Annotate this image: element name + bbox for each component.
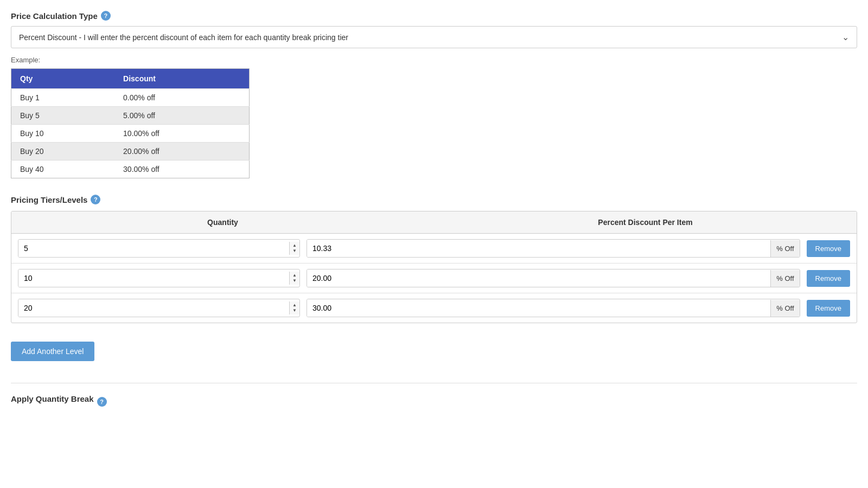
price-calc-type-dropdown[interactable]: Percent Discount - I will enter the perc…	[11, 26, 857, 48]
price-calc-type-section-title: Price Calculation Type ?	[11, 11, 857, 21]
qty-input-1[interactable]	[18, 269, 289, 287]
qty-input-wrapper-2: ▲ ▼	[18, 299, 300, 317]
remove-button-0[interactable]: Remove	[807, 240, 850, 257]
qty-spinner-2[interactable]: ▲ ▼	[289, 301, 299, 314]
table-row: Buy 55.00% off	[11, 107, 250, 125]
table-row: Buy 4030.00% off	[11, 160, 250, 178]
pricing-row: ▲ ▼ % Off Remove	[11, 234, 857, 264]
price-calc-type-label: Price Calculation Type	[11, 11, 98, 21]
apply-quantity-break-help-icon[interactable]: ?	[97, 397, 107, 407]
remove-button-1[interactable]: Remove	[807, 270, 850, 287]
qty-input-wrapper-1: ▲ ▼	[18, 269, 300, 287]
qty-input-2[interactable]	[18, 299, 289, 317]
pricing-tiers-label: Pricing Tiers/Levels	[11, 195, 87, 204]
discount-input-wrapper-2: % Off	[307, 299, 800, 317]
qty-spinner-0[interactable]: ▲ ▼	[289, 242, 299, 255]
pricing-row: ▲ ▼ % Off Remove	[11, 293, 857, 323]
pct-off-label-0: % Off	[770, 240, 799, 257]
section-divider	[11, 383, 857, 383]
example-table-header-discount: Discount	[114, 69, 249, 89]
price-calc-type-help-icon[interactable]: ?	[101, 11, 111, 21]
pricing-table-header: Quantity Percent Discount Per Item	[11, 211, 857, 234]
discount-input-2[interactable]	[307, 299, 770, 317]
pricing-table-container: Quantity Percent Discount Per Item ▲ ▼ %…	[11, 211, 857, 323]
table-row: Buy 2020.00% off	[11, 143, 250, 160]
pricing-tiers-help-icon[interactable]: ?	[91, 195, 100, 204]
remove-button-2[interactable]: Remove	[807, 300, 850, 317]
pricing-tiers-title: Pricing Tiers/Levels ?	[11, 195, 857, 204]
qty-input-wrapper-0: ▲ ▼	[18, 239, 300, 258]
discount-input-wrapper-0: % Off	[307, 239, 800, 258]
discount-input-1[interactable]	[307, 269, 770, 287]
qty-spinner-1[interactable]: ▲ ▼	[289, 272, 299, 285]
dropdown-selected-value: Percent Discount - I will enter the perc…	[19, 33, 348, 42]
pricing-row: ▲ ▼ % Off Remove	[11, 264, 857, 293]
col-header-discount: Percent Discount Per Item	[434, 218, 857, 227]
pct-off-label-2: % Off	[770, 300, 799, 317]
qty-input-0[interactable]	[18, 240, 289, 257]
pricing-tiers-section: Pricing Tiers/Levels ? Quantity Percent …	[11, 195, 857, 323]
pricing-rows-container: ▲ ▼ % Off Remove ▲ ▼ % Off Remove	[11, 234, 857, 323]
add-another-level-button[interactable]: Add Another Level	[11, 342, 94, 361]
example-table-header-qty: Qty	[11, 69, 115, 89]
apply-quantity-break-label: Apply Quantity Break	[11, 394, 94, 403]
example-label: Example:	[11, 56, 857, 64]
table-row: Buy 1010.00% off	[11, 125, 250, 143]
discount-input-0[interactable]	[307, 240, 770, 257]
pct-off-label-1: % Off	[770, 270, 799, 287]
example-table: Qty Discount Buy 10.00% offBuy 55.00% of…	[11, 68, 250, 178]
col-header-quantity: Quantity	[11, 218, 434, 227]
apply-quantity-break-section: Apply Quantity Break ?	[11, 394, 857, 409]
discount-input-wrapper-1: % Off	[307, 269, 800, 287]
table-row: Buy 10.00% off	[11, 89, 250, 107]
dropdown-arrow-icon: ⌄	[842, 32, 849, 42]
